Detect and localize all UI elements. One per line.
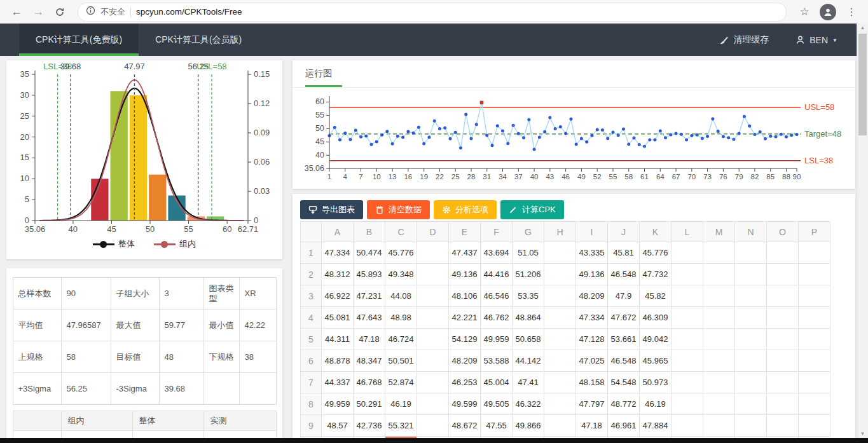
sheet-cell[interactable]: 48.57 (322, 415, 354, 437)
sheet-cell[interactable]: 48.98 (385, 307, 417, 329)
sheet-cell[interactable]: 44.311 (322, 329, 354, 350)
sheet-cell[interactable]: 45.81 (608, 242, 640, 264)
sheet-cell[interactable] (672, 393, 703, 415)
sheet-cell[interactable]: 53.35 (513, 285, 544, 307)
export-chart-button[interactable]: 导出图表 (300, 200, 363, 219)
sheet-cell[interactable]: 46.548 (608, 264, 640, 285)
sheet-cell[interactable]: 48.106 (449, 285, 481, 307)
sheet-cell[interactable]: 53.661 (608, 329, 640, 350)
sheet-cell[interactable]: 48.312 (322, 264, 354, 285)
sheet-cell[interactable] (544, 415, 576, 437)
sheet-cell[interactable] (672, 415, 703, 437)
sheet-cell[interactable]: 48.864 (513, 307, 544, 329)
analysis-options-button[interactable]: 分析选项 (434, 200, 497, 219)
sheet-cell[interactable]: 48.672 (449, 415, 481, 437)
column-header[interactable]: G (513, 222, 544, 242)
sheet-cell[interactable]: 49.136 (449, 264, 481, 285)
sheet-cell[interactable]: 43.694 (481, 242, 513, 264)
sheet-cell[interactable]: 45.893 (354, 264, 385, 285)
sheet-cell[interactable] (417, 307, 449, 329)
sheet-cell[interactable] (799, 350, 830, 372)
sheet-cell[interactable]: 48.209 (449, 350, 481, 372)
sheet-cell[interactable]: 49.505 (481, 393, 513, 415)
sheet-cell[interactable]: 48.772 (608, 393, 640, 415)
sheet-cell[interactable]: 48.347 (354, 350, 385, 372)
sheet-cell[interactable]: 47.41 (513, 372, 544, 393)
sheet-cell[interactable] (767, 285, 799, 307)
sheet-cell[interactable] (544, 242, 576, 264)
sheet-cell[interactable] (767, 393, 799, 415)
url-bar[interactable]: 不安全 spcyun.com/CPKTools/Free (78, 3, 787, 22)
sheet-cell[interactable]: 47.334 (322, 242, 354, 264)
sheet-cell[interactable] (417, 415, 449, 437)
sheet-cell[interactable]: 42.221 (449, 307, 481, 329)
sheet-cell[interactable] (799, 329, 830, 350)
sheet-cell[interactable] (544, 350, 576, 372)
sheet-cell[interactable]: 47.334 (576, 307, 608, 329)
sheet-cell[interactable] (544, 393, 576, 415)
sheet-cell[interactable] (544, 264, 576, 285)
tab-cpk-member[interactable]: CPK计算工具(会员版) (139, 24, 258, 56)
forward-icon[interactable]: → (29, 3, 47, 21)
sheet-cell[interactable] (767, 264, 799, 285)
sheet-cell[interactable]: 44.142 (513, 350, 544, 372)
sheet-cell[interactable]: 45.776 (385, 242, 417, 264)
sheet-cell[interactable]: 46.922 (322, 285, 354, 307)
column-header[interactable]: A (322, 222, 354, 242)
scrollbar-up-icon[interactable]: ▲ (857, 25, 868, 31)
sheet-cell[interactable]: 47.732 (640, 264, 672, 285)
sheet-cell[interactable] (703, 264, 735, 285)
sheet-cell[interactable] (417, 350, 449, 372)
column-header[interactable]: F (481, 222, 513, 242)
sheet-cell[interactable]: 50.501 (385, 350, 417, 372)
sheet-cell[interactable]: 48.209 (576, 285, 608, 307)
column-header[interactable]: I (576, 222, 608, 242)
sheet-cell[interactable]: 53.588 (481, 350, 513, 372)
sheet-cell[interactable] (735, 307, 767, 329)
sheet-cell[interactable]: 47.025 (576, 350, 608, 372)
browser-profile-avatar[interactable] (820, 4, 836, 20)
refresh-icon[interactable] (51, 3, 69, 21)
sheet-cell[interactable]: 46.19 (640, 393, 672, 415)
sheet-cell[interactable] (767, 415, 799, 437)
sheet-cell[interactable]: 45.004 (481, 372, 513, 393)
sheet-cell[interactable]: 49.136 (576, 264, 608, 285)
sheet-cell[interactable] (767, 350, 799, 372)
user-menu[interactable]: BEN ▼ (796, 35, 837, 45)
sheet-cell[interactable] (417, 285, 449, 307)
sheet-cell[interactable]: 46.768 (354, 372, 385, 393)
column-header[interactable]: P (799, 222, 830, 242)
sheet-cell[interactable]: 46.19 (385, 393, 417, 415)
column-header[interactable]: K (640, 222, 672, 242)
sheet-cell[interactable] (799, 285, 830, 307)
sheet-cell[interactable]: 50.973 (640, 372, 672, 393)
sheet-cell[interactable]: 51.05 (513, 242, 544, 264)
sheet-cell[interactable] (417, 329, 449, 350)
sheet-cell[interactable]: 45.82 (640, 285, 672, 307)
sheet-cell[interactable] (767, 372, 799, 393)
sheet-cell[interactable]: 54.548 (608, 372, 640, 393)
sheet-cell[interactable]: 42.736 (354, 415, 385, 437)
sheet-cell[interactable]: 46.762 (481, 307, 513, 329)
column-header[interactable]: B (354, 222, 385, 242)
sheet-cell[interactable] (799, 372, 830, 393)
sheet-cell[interactable]: 52.874 (385, 372, 417, 393)
sheet-cell[interactable]: 46.322 (513, 393, 544, 415)
column-header[interactable]: E (449, 222, 481, 242)
sheet-cell[interactable]: 45.965 (640, 350, 672, 372)
column-header[interactable]: H (544, 222, 576, 242)
calc-cpk-button[interactable]: 计算CPK (500, 200, 564, 219)
tab-run-chart[interactable]: 运行图 (305, 68, 332, 79)
sheet-cell[interactable] (799, 415, 830, 437)
sheet-cell[interactable] (672, 264, 703, 285)
row-header[interactable]: 9 (301, 415, 322, 437)
sheet-cell[interactable]: 46.546 (481, 285, 513, 307)
sheet-cell[interactable] (703, 350, 735, 372)
sheet-cell[interactable] (672, 307, 703, 329)
sheet-cell[interactable]: 47.18 (576, 415, 608, 437)
sheet-cell[interactable]: 45.081 (322, 307, 354, 329)
scrollbar-thumb[interactable] (858, 34, 867, 135)
clear-data-button[interactable]: 清空数据 (367, 200, 430, 219)
sheet-cell[interactable]: 44.337 (322, 372, 354, 393)
row-header[interactable]: 5 (301, 329, 322, 350)
